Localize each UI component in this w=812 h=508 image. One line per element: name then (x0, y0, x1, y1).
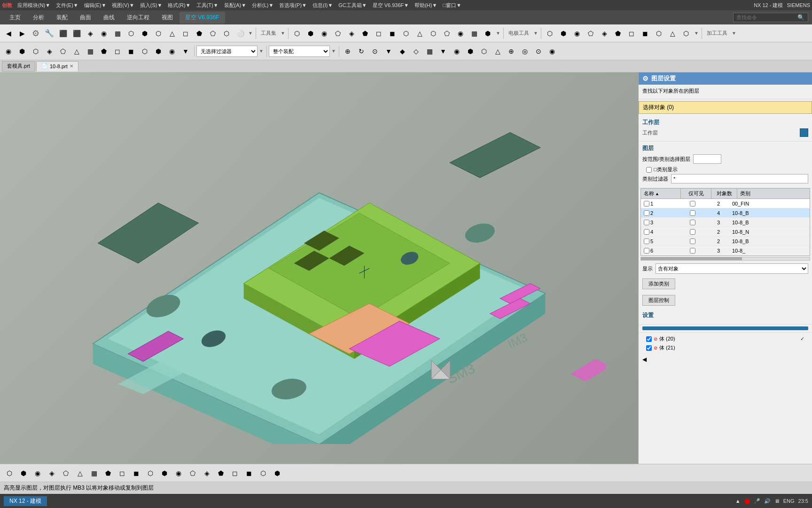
tb2-icon7b[interactable]: ▼ (437, 45, 450, 58)
add-category-btn[interactable]: 添加类别 (642, 278, 675, 289)
view-cube[interactable] (422, 351, 460, 389)
layer-row-4[interactable]: 4 2 10-8_N (641, 227, 810, 237)
menu-star[interactable]: 星空 V6.936F▼ (370, 1, 412, 9)
tb-mach10[interactable]: △ (666, 27, 679, 40)
bt-9[interactable]: ◻ (116, 467, 129, 480)
tb-mach7[interactable]: ◻ (625, 27, 638, 40)
tb2-icon9[interactable]: ⬢ (464, 45, 477, 58)
tb-elec6[interactable]: ⬟ (359, 27, 372, 40)
bt-5[interactable]: ⬠ (59, 467, 72, 480)
tb2-5[interactable]: ⬠ (56, 45, 70, 58)
tb-tool14[interactable]: ⬠ (206, 27, 219, 40)
menu-view[interactable]: 视图(V)▼ (109, 1, 137, 9)
toolbar3-expand2[interactable]: ▼ (731, 27, 737, 40)
bt-2[interactable]: ⬢ (17, 467, 30, 480)
layer-4-checkbox[interactable] (644, 229, 649, 235)
tb2-7[interactable]: ▦ (84, 45, 97, 58)
category-display-checkbox[interactable] (646, 167, 652, 173)
tb-tool7[interactable]: ▦ (111, 27, 124, 40)
tb2-icon8[interactable]: ◉ (450, 45, 463, 58)
tb2-6[interactable]: △ (70, 45, 83, 58)
layer-row-5[interactable]: 5 2 10-8_B (641, 237, 810, 246)
bt-17[interactable]: ◻ (228, 467, 242, 480)
layer-1-vis-check[interactable] (690, 201, 695, 206)
tb-elec2[interactable]: ⬢ (304, 27, 317, 40)
tb2-3[interactable]: ⬡ (29, 45, 42, 58)
layer-row-3[interactable]: 3 3 10-8_B (641, 218, 810, 227)
col-visible-header[interactable]: 仅可见 (681, 189, 711, 198)
toolbar3-expand[interactable]: ▼ (693, 27, 700, 40)
tb-tool6[interactable]: ◉ (97, 27, 110, 40)
bottom-check-2[interactable] (646, 345, 652, 351)
tb2-icon4[interactable]: ▼ (382, 45, 395, 58)
col-count-header[interactable]: 对象数 (711, 189, 737, 198)
bt-8[interactable]: ⬟ (102, 467, 115, 480)
menu-info[interactable]: 信息(I)▼ (310, 1, 335, 9)
apply-bar[interactable] (642, 326, 808, 330)
tb2-icon6[interactable]: ◇ (409, 45, 422, 58)
menu-analysis[interactable]: 分析(L)▼ (250, 1, 276, 9)
tb2-icon5[interactable]: ◆ (396, 45, 409, 58)
tb-elec5[interactable]: ◈ (345, 27, 358, 40)
tb-tool16[interactable]: ⚪ (234, 27, 247, 40)
tb2-13[interactable]: ◉ (165, 45, 179, 58)
layer-2-checkbox[interactable] (644, 210, 649, 216)
bt-10[interactable]: ◼ (130, 467, 143, 480)
file-tab-close[interactable]: ✕ (70, 64, 73, 69)
tab-view[interactable]: 视图 (156, 12, 179, 24)
tb-forward-btn[interactable]: ▶ (16, 27, 29, 40)
menu-gc-tools[interactable]: GC工具箱▼ (336, 1, 369, 9)
bt-6[interactable]: △ (73, 467, 86, 480)
tb-elec11[interactable]: ⬡ (427, 27, 440, 40)
layer-control-btn[interactable]: 图层控制 (642, 295, 675, 306)
tb2-4[interactable]: ◈ (43, 45, 56, 58)
toolbar1-expand2[interactable]: ▼ (280, 27, 286, 40)
layer-table-scroll[interactable]: 1 2 00_FIN 2 (640, 198, 810, 256)
layer-row-2[interactable]: 2 4 10-8_B (641, 208, 810, 218)
tb-tool9[interactable]: ⬢ (138, 27, 151, 40)
tab-reverse[interactable]: 逆向工程 (121, 12, 155, 24)
tb-elec13[interactable]: ◉ (454, 27, 467, 40)
tb-tool5[interactable]: ◈ (84, 27, 97, 40)
category-filter-input[interactable] (671, 174, 808, 183)
bottom-check-1[interactable] (646, 336, 652, 342)
select-object-box[interactable]: 选择对象 (0) (639, 101, 812, 114)
tb-tool15[interactable]: ⬡ (220, 27, 233, 40)
display-select[interactable]: 含有对象 (656, 263, 808, 274)
menu-application[interactable]: 应用模块(N)▼ (15, 1, 53, 9)
tb2-expand[interactable]: ▼ (179, 45, 192, 58)
toolbar1-expand[interactable]: ▼ (247, 27, 254, 40)
bt-13[interactable]: ◉ (172, 467, 185, 480)
tb-elec14[interactable]: ▦ (468, 27, 481, 40)
tb-elec7[interactable]: ◻ (372, 27, 385, 40)
search-input[interactable] (736, 15, 797, 20)
tb-mach9[interactable]: ⬡ (652, 27, 665, 40)
col-name-header[interactable]: 名称 ▲ (641, 189, 681, 198)
col-category-header[interactable]: 类别 (737, 189, 810, 198)
tab-curve[interactable]: 曲线 (98, 12, 120, 24)
filter-dropdown[interactable]: 无选择过滤器 (196, 46, 258, 57)
tb2-icon3[interactable]: ⊙ (368, 45, 382, 58)
tb-mach3[interactable]: ◉ (570, 27, 584, 40)
layer-6-checkbox[interactable] (644, 248, 649, 254)
tb2-icon13[interactable]: ◎ (518, 45, 531, 58)
tb-tool8[interactable]: ⬡ (125, 27, 138, 40)
menu-preferences[interactable]: 首选项(P)▼ (277, 1, 309, 9)
bt-18[interactable]: ◼ (242, 467, 256, 480)
assembly-dropdown[interactable]: 整个装配 (269, 46, 330, 57)
menu-window[interactable]: □窗口▼ (440, 1, 464, 9)
tb2-icon14[interactable]: ⊙ (532, 45, 545, 58)
menu-assembly[interactable]: 装配(A)▼ (222, 1, 249, 9)
tb-elec9[interactable]: ⬡ (399, 27, 413, 40)
range-input[interactable] (693, 154, 721, 164)
layer-4-vis-check[interactable] (690, 229, 695, 235)
menu-insert[interactable]: 插入(S)▼ (138, 1, 165, 9)
tb-mach1[interactable]: ⬡ (543, 27, 556, 40)
tb-elec15[interactable]: ⬢ (481, 27, 494, 40)
tb-mach5[interactable]: ◈ (598, 27, 611, 40)
tb2-icon7[interactable]: ▦ (423, 45, 436, 58)
tb2-10[interactable]: ◼ (125, 45, 138, 58)
tb2-8[interactable]: ⬟ (97, 45, 110, 58)
tb-elec10[interactable]: △ (413, 27, 426, 40)
menu-file[interactable]: 文件(E)▼ (54, 1, 81, 9)
